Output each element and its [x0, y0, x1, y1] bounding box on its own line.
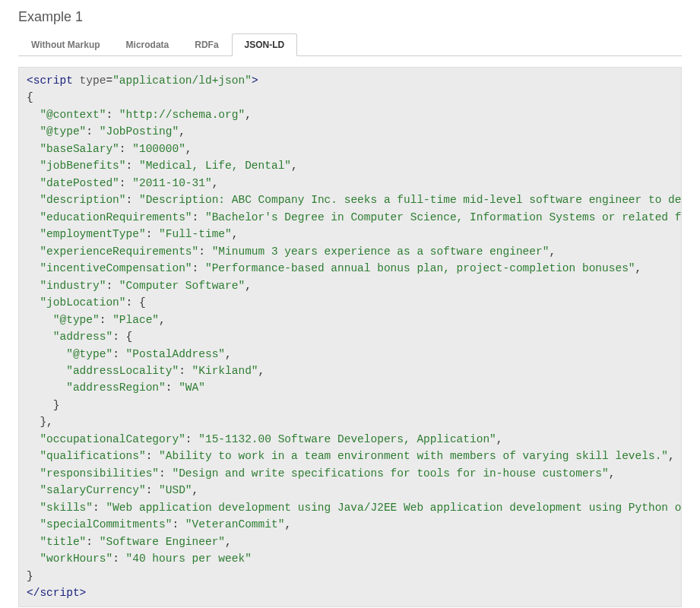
val-skills: "Web application development using Java/… [106, 502, 682, 514]
val-title: "Software Engineer" [100, 536, 225, 548]
colon: : [119, 177, 132, 189]
key-employmenttype: "employmentType" [27, 228, 146, 240]
comma: , [284, 518, 291, 530]
val-salarycurrency: "USD" [159, 484, 192, 496]
val-occupationalcategory: "15-1132.00 Software Developers, Applica… [198, 433, 496, 445]
comma: , [245, 109, 252, 121]
colon: : [126, 194, 139, 206]
val-context: "http://schema.org" [119, 109, 245, 121]
outer-brace-close: }, [27, 416, 53, 428]
comma: , [245, 280, 252, 292]
brace-open: { [27, 91, 33, 103]
key-responsibilities: "responsibilities" [27, 467, 159, 480]
val-industry: "Computer Software" [119, 280, 245, 292]
key-addressregion: "addressRegion" [27, 382, 166, 394]
colon: : [86, 536, 99, 548]
colon: : [185, 433, 198, 445]
key-experiencerequirements: "experienceRequirements" [27, 245, 198, 258]
key-qualifications: "qualifications" [27, 450, 146, 462]
val-addressregion: "WA" [179, 382, 205, 394]
code-container[interactable]: <script type="application/ld+json"> { "@… [18, 67, 682, 607]
brace-open-inline: : { [112, 331, 132, 343]
key-joblocation: "jobLocation" [27, 296, 126, 309]
val-postaladdress: "PostalAddress" [126, 348, 226, 360]
val-dateposted: "2011-10-31" [132, 177, 211, 189]
colon: : [119, 143, 132, 155]
val-qualifications: "Ability to work in a team environment w… [159, 450, 668, 462]
val-place: "Place" [112, 314, 159, 326]
val-type: "JobPosting" [100, 125, 179, 138]
attr-value: "application/ld+json" [112, 74, 252, 87]
val-addresslocality: "Kirkland" [192, 365, 258, 377]
comma: , [225, 536, 232, 548]
val-experiencerequirements: "Minumum 3 years experience as a softwar… [212, 245, 550, 258]
comma: , [232, 228, 239, 240]
tag-close-angle: > [252, 74, 258, 87]
colon: : [126, 160, 139, 172]
key-specialcommitments: "specialCommitments" [27, 518, 172, 530]
colon: : [172, 518, 185, 530]
colon: : [159, 467, 172, 480]
comma: , [225, 348, 232, 360]
val-workhours: "40 hours per week" [126, 553, 252, 565]
val-responsibilities: "Design and write specifications for too… [172, 467, 608, 480]
comma: , [291, 160, 298, 172]
key-address: "address" [27, 331, 112, 343]
key-incentivecompensation: "incentiveCompensation" [27, 262, 192, 274]
colon: : [106, 109, 119, 121]
punc-eq: = [106, 74, 112, 87]
val-employmenttype: "Full-time" [159, 228, 232, 240]
comma: , [258, 365, 265, 377]
tab-rdfa[interactable]: RDFa [182, 33, 231, 56]
colon: : [106, 280, 119, 292]
colon: : [198, 245, 211, 258]
inner-brace-close: } [27, 399, 60, 411]
comma: , [635, 262, 642, 274]
key-dateposted: "datePosted" [27, 177, 119, 189]
key-educationrequirements: "educationRequirements" [27, 211, 192, 223]
attr-name: type [73, 74, 106, 87]
script-close-tag: </script> [27, 587, 86, 599]
tab-jsonld[interactable]: JSON-LD [232, 33, 298, 56]
key-industry: "industry" [27, 280, 106, 292]
script-open-tag: <script [27, 74, 73, 87]
colon: : [93, 502, 106, 514]
colon: : [86, 125, 99, 138]
key-workhours: "workHours" [27, 553, 112, 565]
colon: : [146, 484, 159, 496]
comma: , [668, 450, 675, 462]
key-skills: "skills" [27, 502, 93, 514]
colon: : [192, 262, 205, 274]
tab-without-markup[interactable]: Without Markup [18, 33, 113, 56]
val-incentivecompensation: "Performance-based annual bonus plan, pr… [205, 262, 635, 274]
colon: : [146, 450, 159, 462]
key-context: "@context" [27, 109, 106, 121]
colon: : [146, 228, 159, 240]
brace-open-inline: : { [126, 296, 146, 309]
key-addresslocality: "addressLocality" [27, 365, 179, 377]
key-jobbenefits: "jobBenefits" [27, 160, 126, 172]
colon: : [112, 348, 125, 360]
val-description: "Description: ABC Company Inc. seeks a f… [139, 194, 682, 206]
comma: , [159, 314, 166, 326]
comma: , [609, 467, 616, 480]
code-block: <script type="application/ld+json"> { "@… [19, 68, 681, 606]
colon: : [100, 314, 112, 326]
val-jobbenefits: "Medical, Life, Dental" [139, 160, 291, 172]
key-type: "@type" [27, 125, 86, 138]
key-occupationalcategory: "occupationalCategory" [27, 433, 185, 445]
key-title: "title" [27, 536, 86, 548]
comma: , [192, 484, 199, 496]
colon: : [179, 365, 192, 377]
key-description: "description" [27, 194, 126, 206]
tabs-bar: Without Markup Microdata RDFa JSON-LD [18, 33, 682, 56]
key-postaladdress-type: "@type" [27, 348, 112, 360]
val-basesalary: "100000" [132, 143, 185, 155]
comma: , [496, 433, 503, 445]
val-specialcommitments: "VeteranCommit" [185, 518, 285, 530]
key-basesalary: "baseSalary" [27, 143, 119, 155]
tab-microdata[interactable]: Microdata [113, 33, 182, 56]
key-salarycurrency: "salaryCurrency" [27, 484, 146, 496]
colon: : [166, 382, 179, 394]
example-title: Example 1 [18, 9, 682, 25]
